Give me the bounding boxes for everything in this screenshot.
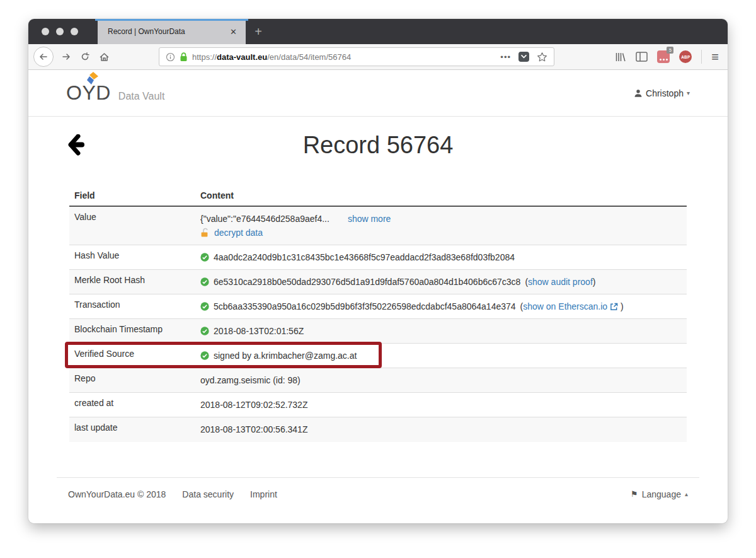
- url-bar[interactable]: https://data-vault.eu/en/data/54/item/56…: [159, 47, 554, 66]
- user-menu[interactable]: Christoph ▾: [634, 88, 690, 98]
- data-security-link[interactable]: Data security: [182, 489, 234, 499]
- record-page: Record 56764 Field Content Value: [28, 132, 728, 442]
- footer-left: OwnYourData.eu © 2018 Data security Impr…: [68, 489, 277, 499]
- field-label: last update: [69, 417, 195, 442]
- bookmark-star-icon[interactable]: [537, 52, 547, 62]
- sidebar-icon[interactable]: [636, 52, 648, 62]
- field-label: Value: [69, 206, 195, 245]
- dot: [666, 59, 668, 61]
- reload-button[interactable]: [76, 47, 94, 66]
- site-footer: OwnYourData.eu © 2018 Data security Impr…: [57, 477, 699, 499]
- row-content: 4aa0dc2a240d9b1c31c8435bc1e43668f5c97ead…: [195, 245, 687, 270]
- logo-gem-icon: [84, 71, 101, 88]
- hash-value: 4aa0dc2a240d9b1c31c8435bc1e43668f5c97ead…: [214, 250, 515, 264]
- check-icon: [200, 253, 209, 262]
- page-info-icon[interactable]: [166, 52, 175, 62]
- window-close-button[interactable]: [42, 28, 49, 35]
- record-table: Field Content Value {"value":"e7644546d2…: [69, 185, 687, 442]
- table-header-row: Field Content: [69, 185, 687, 206]
- table-row-created: created at 2018-08-12T09:02:52.732Z: [69, 393, 687, 417]
- row-content: 2018-08-13T02:01:56Z: [195, 319, 687, 344]
- field-label: Blockchain Timestamp: [69, 319, 195, 344]
- back-button[interactable]: [33, 47, 54, 67]
- browser-tab[interactable]: Record | OwnYourData ✕: [98, 19, 246, 44]
- tab-bar: Record | OwnYourData ✕ +: [28, 19, 728, 44]
- desktop-background: Record | OwnYourData ✕ + https://data: [0, 0, 756, 558]
- field-label: Transaction: [69, 294, 195, 319]
- column-header-field: Field: [69, 185, 195, 206]
- decrypt-data-link[interactable]: decrypt data: [214, 226, 263, 240]
- value-preview: {"value":"e7644546d258a9aef4...: [200, 212, 329, 226]
- oyd-logo[interactable]: OYD Data Vault: [66, 81, 164, 105]
- field-label: Hash Value: [69, 245, 195, 270]
- row-content: 2018-08-12T09:02:52.732Z: [195, 393, 687, 417]
- tab-title: Record | OwnYourData: [108, 27, 226, 36]
- password-manager-extension-icon[interactable]: 5: [657, 50, 670, 63]
- row-content: signed by a.krimbacher@zamg.ac.at: [195, 344, 687, 368]
- back-arrow-button[interactable]: [67, 134, 91, 156]
- window-zoom-button[interactable]: [71, 28, 78, 35]
- verified-source-value: signed by a.krimbacher@zamg.ac.at: [214, 349, 357, 363]
- tab-close-icon[interactable]: ✕: [226, 26, 241, 38]
- field-label: created at: [69, 393, 195, 417]
- home-icon: [99, 52, 110, 62]
- etherscan-link[interactable]: show on Etherscan.io: [523, 301, 607, 311]
- extension-badge: 5: [667, 47, 673, 54]
- dot: [660, 59, 662, 61]
- merkle-root-hash: 6e5310ca2918b0e50dad293076d5d1a91d9fdaf5…: [214, 275, 520, 289]
- forward-icon: [61, 52, 71, 62]
- row-content: {"value":"e7644546d258a9aef4... show mor…: [195, 206, 687, 245]
- record-header: Record 56764: [66, 132, 690, 168]
- adblock-icon[interactable]: ABP: [679, 50, 692, 63]
- url-text: https://data-vault.eu/en/data/54/item/56…: [192, 52, 351, 62]
- table-row-merkle: Merkle Root Hash 6e5310ca2918b0e50dad293…: [69, 270, 687, 294]
- show-audit-proof-link[interactable]: show audit proof: [528, 277, 593, 287]
- field-label: Verified Source: [69, 344, 195, 368]
- paren: (show on Etherscan.io ): [520, 299, 624, 313]
- site-header: OYD Data Vault Christoph ▾: [28, 70, 728, 117]
- row-content: 5cb6aa335390a950a16c029b5d9b6f3f3f502265…: [195, 294, 687, 319]
- home-button[interactable]: [94, 47, 113, 66]
- window-minimize-button[interactable]: [56, 28, 64, 35]
- chevron-down-icon: ▾: [687, 90, 690, 96]
- flag-icon: ⚑: [631, 489, 638, 499]
- check-icon: [200, 277, 209, 286]
- https-lock-icon[interactable]: [180, 52, 188, 62]
- page-title: Record 56764: [66, 132, 690, 159]
- browser-toolbar: https://data-vault.eu/en/data/54/item/56…: [28, 44, 728, 70]
- imprint-link[interactable]: Imprint: [250, 489, 277, 499]
- column-header-content: Content: [195, 185, 687, 206]
- created-at-value: 2018-08-12T09:02:52.732Z: [200, 398, 307, 412]
- transaction-hash: 5cb6aa335390a950a16c029b5d9b6f3f3f502265…: [214, 299, 516, 313]
- toolbar-separator: [701, 50, 702, 64]
- menu-icon[interactable]: ≡: [711, 50, 719, 64]
- logo-tagline: Data Vault: [118, 91, 165, 102]
- url-domain: data-vault.eu: [217, 52, 267, 62]
- library-icon[interactable]: [615, 52, 626, 62]
- toolbar-right: 5 ABP ≡: [615, 50, 719, 64]
- repo-value: oyd.zamg.seismic (id: 98): [200, 373, 301, 387]
- table-row-repo: Repo oyd.zamg.seismic (id: 98): [69, 368, 687, 393]
- user-name: Christoph: [646, 88, 684, 98]
- pocket-icon[interactable]: [518, 52, 529, 62]
- user-icon: [634, 89, 643, 98]
- back-icon: [38, 52, 49, 62]
- window-controls[interactable]: [28, 19, 98, 44]
- row-content: oyd.zamg.seismic (id: 98): [195, 368, 687, 393]
- page-actions: •••: [500, 52, 547, 62]
- table-row-verified-source: Verified Source signed by a.krimbacher@z…: [69, 344, 687, 368]
- table-row-timestamp: Blockchain Timestamp 2018-08-13T02:01:56…: [69, 319, 687, 344]
- page-actions-icon[interactable]: •••: [500, 52, 511, 62]
- forward-button[interactable]: [57, 47, 76, 66]
- new-tab-button[interactable]: +: [246, 19, 271, 44]
- blockchain-timestamp: 2018-08-13T02:01:56Z: [214, 324, 304, 338]
- browser-window: Record | OwnYourData ✕ + https://data: [28, 19, 728, 523]
- paren: (show audit proof): [525, 275, 595, 289]
- record-table-wrap: Field Content Value {"value":"e7644546d2…: [69, 185, 687, 442]
- table-row-hash: Hash Value 4aa0dc2a240d9b1c31c8435bc1e43…: [69, 245, 687, 270]
- last-update-value: 2018-08-13T02:00:56.341Z: [200, 422, 307, 436]
- language-menu[interactable]: ⚑ Language ▴: [631, 489, 688, 499]
- external-link-icon[interactable]: [610, 303, 618, 311]
- show-more-link[interactable]: show more: [348, 212, 391, 226]
- check-icon: [200, 302, 209, 311]
